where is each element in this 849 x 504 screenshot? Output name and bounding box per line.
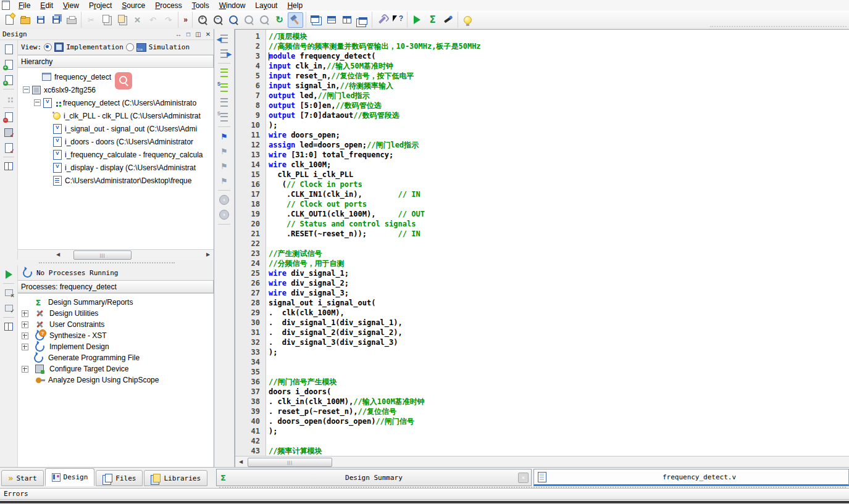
- open-file-icon[interactable]: [18, 13, 32, 27]
- hierarchy-item[interactable]: frequency_detect (C:\Users\Administrato: [18, 96, 214, 109]
- menu-edit[interactable]: Edit: [35, 1, 58, 10]
- process-item[interactable]: ΣDesign Summary/Reports: [18, 297, 214, 308]
- code-line[interactable]: 28signal_out i_signal_out(: [235, 298, 849, 308]
- menu-tools[interactable]: Tools: [187, 1, 214, 10]
- panel-undock-icon[interactable]: ◫: [194, 30, 203, 38]
- menu-file[interactable]: File: [14, 1, 35, 10]
- code-line[interactable]: 7output led,//闸门led指示: [235, 91, 849, 101]
- zoom-region-icon[interactable]: [241, 13, 256, 27]
- paste-icon[interactable]: [115, 13, 129, 27]
- menu-view[interactable]: View: [58, 1, 84, 10]
- goto-line-green-icon[interactable]: [217, 66, 232, 80]
- code-line[interactable]: 14wire clk_100M;: [235, 160, 849, 170]
- overflow-chevron-icon[interactable]: »: [181, 13, 190, 27]
- copy-icon[interactable]: [99, 13, 114, 27]
- code-line[interactable]: 23//产生测试信号: [235, 249, 849, 258]
- menu-source[interactable]: Source: [117, 1, 150, 10]
- code-line[interactable]: 10);: [235, 120, 849, 130]
- code-line[interactable]: 6input signal_in,//待测频率输入: [235, 81, 849, 91]
- process-item[interactable]: User Constraints: [18, 319, 214, 330]
- code-line[interactable]: 19 .CLK_OUT1(clk_100M), // OUT: [235, 209, 849, 219]
- editor-tab-design-summary[interactable]: ΣDesign Summary✕: [216, 469, 532, 486]
- tips-lightbulb-icon[interactable]: [461, 13, 475, 27]
- tab-design[interactable]: Design: [45, 468, 95, 486]
- code-editor[interactable]: 1//顶层模块2//高频信号的频率测量并数码管输出，10-30MHz,板子是50…: [235, 29, 849, 468]
- menu-project[interactable]: Project: [84, 1, 117, 10]
- panel-close-icon[interactable]: ✕: [204, 30, 212, 38]
- code-line[interactable]: 22: [235, 239, 849, 249]
- code-line[interactable]: 5input reset_n,//复位信号，按下低电平: [235, 71, 849, 81]
- stop-process-icon[interactable]: ✕: [2, 286, 16, 300]
- code-line[interactable]: 27wire div_signal_3;: [235, 288, 849, 298]
- menu-process[interactable]: Process: [150, 1, 186, 10]
- view-columns-icon[interactable]: [2, 320, 16, 334]
- code-line[interactable]: 1//顶层模块: [235, 31, 849, 41]
- delete-icon[interactable]: ✕: [130, 13, 144, 27]
- code-line[interactable]: 40. doors_open(doors_open)//闸门信号: [235, 416, 849, 426]
- history-forward-icon[interactable]: ›: [217, 208, 232, 221]
- code-line[interactable]: 41);: [235, 426, 849, 436]
- code-line[interactable]: 33);: [235, 347, 849, 357]
- print-icon[interactable]: [64, 13, 78, 27]
- design-summary-icon[interactable]: Σ: [425, 13, 440, 27]
- hierarchy-hscrollbar[interactable]: ◀ ||| ▶: [18, 249, 214, 260]
- hammer-tool-icon[interactable]: [288, 12, 303, 28]
- code-line[interactable]: 9output [7:0]dataout//数码管段选: [235, 110, 849, 120]
- scroll-right-icon[interactable]: ▶: [204, 250, 212, 258]
- view-columns-icon[interactable]: [2, 159, 16, 173]
- scroll-left-icon[interactable]: ◀: [54, 250, 62, 258]
- remove-source-icon[interactable]: −: [2, 110, 16, 124]
- restore-windows-icon[interactable]: [355, 13, 369, 27]
- menu-window[interactable]: Window: [214, 1, 251, 10]
- code-line[interactable]: 2//高频信号的频率测量并数码管输出，10-30MHz,板子是50MHz: [235, 41, 849, 51]
- nav-prev-icon[interactable]: ◀: [217, 32, 232, 46]
- create-schematic-symbol-icon[interactable]: [2, 91, 16, 105]
- whats-this-help-icon[interactable]: ?: [390, 13, 404, 27]
- code-line[interactable]: 31. div_signal_2(div_signal_2),: [235, 328, 849, 337]
- process-item[interactable]: Analyze Design Using ChipScope: [18, 374, 214, 386]
- menu-help[interactable]: Help: [282, 1, 307, 10]
- scroll-left-icon[interactable]: ◀: [236, 458, 245, 466]
- goto-line-green-5-icon[interactable]: 5: [217, 81, 232, 94]
- code-line[interactable]: 42: [235, 436, 849, 446]
- hierarchy-item[interactable]: i_clk_PLL - clk_PLL (C:\Users\Administra…: [18, 109, 214, 122]
- verify-source-icon[interactable]: ✓: [2, 141, 16, 155]
- hierarchy-item[interactable]: C:\Users\Administrator\Desktop\freque: [18, 174, 214, 187]
- analyze-telescope-icon[interactable]: [441, 13, 455, 27]
- menu-layout[interactable]: Layout: [250, 1, 282, 10]
- console-header[interactable]: Errors: [0, 488, 849, 500]
- code-line[interactable]: 3module frequency_detect(: [235, 51, 849, 61]
- zoom-selection-icon[interactable]: [257, 13, 271, 27]
- code-line[interactable]: 21 .RESET(~reset_n)); // IN: [235, 229, 849, 239]
- code-line[interactable]: 25wire div_signal_1;: [235, 268, 849, 278]
- code-line[interactable]: 35: [235, 367, 849, 377]
- run-process-icon[interactable]: [2, 267, 16, 281]
- panel-maximize-icon[interactable]: □: [184, 30, 193, 38]
- add-source-icon[interactable]: +: [2, 57, 16, 72]
- simulation-radio[interactable]: [126, 43, 134, 51]
- bookmark-prev-icon[interactable]: ⚑: [217, 144, 232, 158]
- code-line[interactable]: 32. div_signal_3(div_signal_3): [235, 337, 849, 347]
- nav-next-icon[interactable]: ▶: [217, 47, 232, 60]
- code-line[interactable]: 13wire [31:0] total_frequency;: [235, 150, 849, 160]
- save-icon[interactable]: [33, 13, 48, 27]
- code-line[interactable]: 26wire div_signal_2;: [235, 278, 849, 288]
- tile-horizontally-icon[interactable]: [324, 13, 338, 27]
- process-item[interactable]: Design Utilities: [18, 308, 214, 319]
- panel-float-icon[interactable]: ↔: [174, 30, 183, 38]
- code-line[interactable]: 15 clk_PLL i_clk_PLL: [235, 170, 849, 180]
- zoom-out-icon[interactable]: −: [211, 13, 225, 27]
- add-copy-of-source-icon[interactable]: +: [2, 73, 16, 87]
- hierarchy-item[interactable]: i_signal_out - signal_out (C:\Users\Admi: [18, 122, 214, 135]
- refresh-icon[interactable]: ↻: [272, 13, 286, 27]
- goto-line-gray-icon[interactable]: [217, 96, 232, 109]
- tab-libraries[interactable]: Libraries: [144, 470, 207, 486]
- new-file-icon[interactable]: [2, 13, 17, 27]
- history-back-icon[interactable]: ‹: [217, 193, 232, 207]
- scrollbar-thumb[interactable]: |||: [73, 250, 132, 260]
- panel-splitter[interactable]: [0, 260, 214, 265]
- settings-wrench-icon[interactable]: [375, 13, 389, 27]
- code-line[interactable]: 38. clk_in(clk_100M),//输入100M基准时钟: [235, 397, 849, 407]
- code-line[interactable]: 11wire doors_open;: [235, 130, 849, 140]
- code-line[interactable]: 39. reset_p(~reset_n),//复位信号: [235, 407, 849, 416]
